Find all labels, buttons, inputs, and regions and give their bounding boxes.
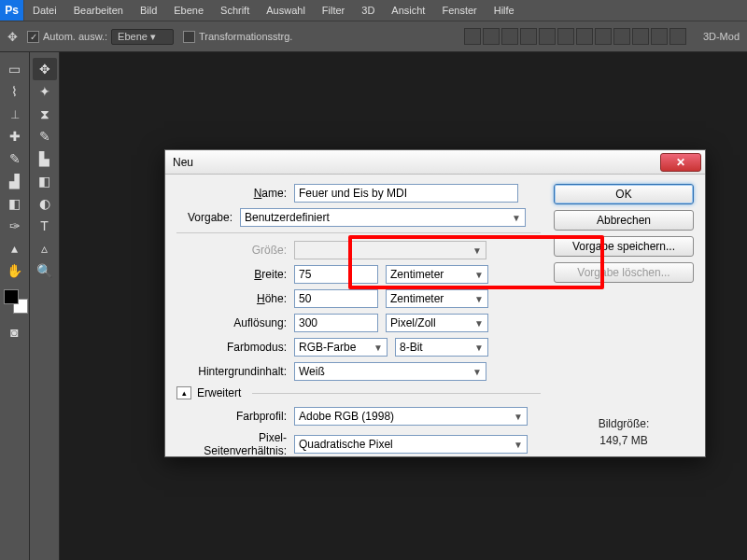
chevron-down-icon: ▼ bbox=[512, 440, 525, 450]
close-icon: ✕ bbox=[676, 156, 685, 169]
resolution-input[interactable] bbox=[294, 314, 378, 332]
align-btn[interactable] bbox=[595, 28, 612, 45]
clone-stamp-tool-icon[interactable]: ▟ bbox=[3, 170, 27, 192]
quickmask-icon[interactable]: ◙ bbox=[3, 321, 27, 343]
stamp-tool-icon[interactable]: ▙ bbox=[33, 147, 57, 170]
move-tool-icon[interactable]: ✥ bbox=[33, 58, 57, 80]
name-label: NName:ame: bbox=[176, 187, 287, 200]
save-preset-button[interactable]: Vorgabe speichern... bbox=[554, 236, 694, 257]
height-unit-select[interactable]: Zentimeter▼ bbox=[386, 289, 488, 308]
menu-hilfe[interactable]: Hilfe bbox=[486, 5, 523, 16]
menu-bild[interactable]: Bild bbox=[132, 5, 165, 16]
preset-label: Vorgabe: bbox=[176, 211, 233, 224]
chevron-down-icon: ▼ bbox=[472, 343, 486, 353]
brush-tool-icon[interactable]: ✎ bbox=[3, 147, 27, 170]
move-tool-icon: ✥ bbox=[7, 30, 18, 44]
eraser-tool-icon[interactable]: ◧ bbox=[3, 192, 27, 215]
mode-3d-label[interactable]: 3D-Mod bbox=[703, 31, 740, 42]
delete-preset-button: Vorgabe löschen... bbox=[554, 262, 694, 283]
transform-controls-label: Transformationsstrg. bbox=[199, 31, 292, 42]
align-btn[interactable] bbox=[501, 28, 518, 45]
foreground-color-swatch[interactable] bbox=[4, 289, 19, 304]
resolution-unit-select[interactable]: Pixel/Zoll▼ bbox=[386, 314, 488, 332]
menu-bearbeiten[interactable]: Bearbeiten bbox=[65, 5, 132, 16]
height-label: Höhe: bbox=[176, 292, 287, 305]
menu-filter[interactable]: Filter bbox=[314, 5, 353, 16]
name-input[interactable] bbox=[294, 184, 518, 203]
cancel-button[interactable]: Abbrechen bbox=[554, 210, 694, 231]
hand-tool-icon[interactable]: ✋ bbox=[3, 259, 27, 282]
dialog-titlebar[interactable]: Neu ✕ bbox=[165, 150, 705, 175]
width-label: Breite: bbox=[176, 268, 287, 281]
chevron-up-icon: ▴ bbox=[182, 388, 187, 398]
menu-ansicht[interactable]: Ansicht bbox=[383, 5, 433, 16]
colordepth-select[interactable]: 8-Bit▼ bbox=[395, 338, 488, 357]
ok-button[interactable]: OK bbox=[554, 184, 694, 204]
height-input[interactable] bbox=[294, 289, 378, 308]
tool-column-2: ✥ ✦ ⧗ ✎ ▙ ◧ ◐ T ▵ 🔍 bbox=[30, 52, 60, 560]
align-btn[interactable] bbox=[557, 28, 574, 45]
chevron-down-icon: ▼ bbox=[472, 294, 486, 304]
options-bar: ✥ ✓ Autom. ausw.: Ebene ▾ Transformation… bbox=[0, 21, 747, 52]
auto-select-target[interactable]: Ebene ▾ bbox=[111, 29, 174, 45]
chevron-down-icon: ▼ bbox=[510, 213, 523, 223]
auto-select-checkbox[interactable]: ✓ bbox=[27, 31, 39, 43]
direct-select-tool-icon[interactable]: ▵ bbox=[33, 237, 57, 259]
chevron-down-icon: ▼ bbox=[372, 343, 385, 353]
align-btn[interactable] bbox=[613, 28, 630, 45]
align-btn[interactable] bbox=[651, 28, 668, 45]
dodge-tool-icon[interactable]: ◐ bbox=[33, 192, 57, 215]
pixelaspect-label: Pixel-Seitenverhältnis: bbox=[176, 431, 287, 457]
width-unit-select[interactable]: Zentimeter▼ bbox=[386, 265, 488, 284]
width-input[interactable] bbox=[294, 265, 378, 284]
chevron-down-icon: ▼ bbox=[472, 270, 486, 280]
menu-schrift[interactable]: Schrift bbox=[212, 5, 258, 16]
size-label: Größe: bbox=[176, 244, 287, 257]
path-select-tool-icon[interactable]: ▴ bbox=[3, 237, 27, 259]
healing-brush-tool-icon[interactable]: ✎ bbox=[33, 125, 57, 147]
gradient-tool-icon[interactable]: ◧ bbox=[33, 170, 57, 192]
colorprofile-select[interactable]: Adobe RGB (1998)▼ bbox=[294, 407, 528, 426]
menu-3d[interactable]: 3D bbox=[353, 5, 383, 16]
dialog-title: Neu bbox=[173, 156, 660, 169]
menu-ebene[interactable]: Ebene bbox=[165, 5, 212, 16]
lasso-tool-icon[interactable]: ⌇ bbox=[3, 80, 27, 103]
align-btn[interactable] bbox=[669, 28, 686, 45]
pen-tool-icon[interactable]: ✑ bbox=[3, 215, 27, 237]
new-document-dialog: Neu ✕ NName:ame: Vorgabe: Benutzerdefini… bbox=[164, 149, 706, 457]
bgcontent-select[interactable]: Weiß▼ bbox=[294, 362, 486, 381]
close-button[interactable]: ✕ bbox=[660, 153, 701, 172]
align-btn[interactable] bbox=[483, 28, 500, 45]
magic-wand-tool-icon[interactable]: ✦ bbox=[33, 80, 57, 103]
bgcontent-label: Hintergrundinhalt: bbox=[176, 365, 287, 378]
type-tool-icon[interactable]: T bbox=[33, 215, 57, 237]
align-btn[interactable] bbox=[632, 28, 649, 45]
tool-column-1: ▭ ⌇ ⟂ ✚ ✎ ▟ ◧ ✑ ▴ ✋ ◙ bbox=[0, 52, 30, 560]
align-btn[interactable] bbox=[576, 28, 593, 45]
menu-fenster[interactable]: Fenster bbox=[433, 5, 485, 16]
image-size-info: Bildgröße: 149,7 MB bbox=[554, 324, 694, 447]
colormode-label: Farbmodus: bbox=[176, 341, 287, 354]
zoom-tool-icon[interactable]: 🔍 bbox=[33, 259, 57, 282]
eyedropper-tool-icon[interactable]: ⧗ bbox=[33, 103, 57, 125]
advanced-label: Erweitert bbox=[197, 386, 241, 399]
menu-datei[interactable]: Datei bbox=[24, 5, 65, 16]
menu-auswahl[interactable]: Auswahl bbox=[258, 5, 314, 16]
image-size-value: 149,7 MB bbox=[554, 434, 694, 447]
color-swatches[interactable] bbox=[2, 287, 28, 314]
advanced-toggle[interactable]: ▴ bbox=[176, 386, 191, 399]
colormode-select[interactable]: RGB-Farbe▼ bbox=[294, 338, 388, 357]
align-btn[interactable] bbox=[464, 28, 481, 45]
preset-select[interactable]: Benutzerdefiniert▼ bbox=[240, 208, 526, 227]
patch-tool-icon[interactable]: ✚ bbox=[3, 125, 27, 147]
align-btn[interactable] bbox=[539, 28, 556, 45]
chevron-down-icon: ▼ bbox=[471, 367, 484, 377]
colorprofile-label: Farbprofil: bbox=[176, 410, 287, 423]
pixelaspect-select[interactable]: Quadratische Pixel▼ bbox=[294, 435, 528, 454]
align-btn[interactable] bbox=[520, 28, 537, 45]
marquee-tool-icon[interactable]: ▭ bbox=[3, 58, 27, 80]
transform-controls-checkbox[interactable] bbox=[183, 31, 195, 43]
chevron-down-icon: ▼ bbox=[472, 318, 486, 329]
chevron-down-icon: ▼ bbox=[512, 412, 525, 422]
crop-tool-icon[interactable]: ⟂ bbox=[3, 103, 27, 125]
